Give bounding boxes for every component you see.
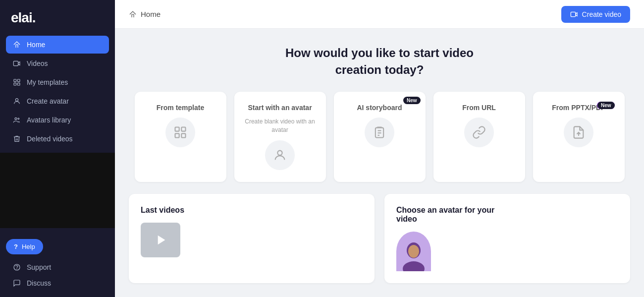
- card-title-from-url: From URL: [462, 104, 496, 112]
- svg-point-23: [408, 245, 419, 258]
- home-breadcrumb-icon: [129, 10, 137, 18]
- bottom-row: Last videos Choose an avatar for your vi…: [129, 194, 630, 283]
- sidebar-item-create-avatar[interactable]: Create avatar: [6, 92, 109, 110]
- avatars-library-icon: [13, 116, 21, 124]
- create-video-label: Create video: [582, 10, 621, 18]
- new-badge-pptx: New: [597, 102, 615, 109]
- main-area: Home Create video How would you like to …: [115, 0, 644, 297]
- sidebar-item-label-home: Home: [27, 41, 45, 49]
- svg-rect-4: [17, 83, 20, 85]
- upload-file-icon: [572, 125, 586, 139]
- svg-point-22: [403, 261, 425, 271]
- sidebar-bottom: ? Help Support Discuss: [0, 233, 115, 297]
- sidebar-item-videos[interactable]: Videos: [6, 55, 109, 72]
- grid-icon: [173, 125, 187, 139]
- support-icon: [13, 263, 21, 271]
- logo: elai.: [0, 0, 115, 36]
- last-videos-title: Last videos: [141, 206, 363, 215]
- header: Home Create video: [115, 0, 644, 29]
- svg-rect-13: [175, 134, 179, 138]
- templates-icon: [13, 78, 21, 86]
- discuss-label: Discuss: [27, 279, 51, 287]
- svg-rect-12: [181, 127, 185, 131]
- card-icon-from-url: [464, 118, 494, 147]
- sidebar-item-support[interactable]: Support: [6, 259, 109, 275]
- sidebar-preview-area: [0, 153, 115, 228]
- create-avatar-icon: [13, 97, 21, 105]
- card-from-pptx[interactable]: Beta New From PPTX/PDF: [533, 92, 625, 182]
- card-from-url[interactable]: From URL: [433, 92, 525, 182]
- sidebar: elai. Home Videos My templates Create av…: [0, 0, 115, 297]
- breadcrumb: Home: [129, 10, 161, 18]
- svg-point-6: [15, 118, 17, 119]
- video-play-icon: [153, 232, 168, 248]
- card-icon-ai-storyboard: [365, 118, 394, 147]
- create-video-icon: [570, 10, 578, 18]
- support-label: Support: [27, 263, 51, 271]
- section-title: How would you like to start video creati…: [129, 45, 630, 78]
- sidebar-item-my-templates[interactable]: My templates: [6, 73, 109, 91]
- sidebar-item-deleted-videos[interactable]: Deleted videos: [6, 130, 109, 148]
- card-icon-from-pptx: [564, 118, 593, 147]
- card-icon-start-avatar: [265, 140, 295, 170]
- card-from-template[interactable]: From template: [135, 92, 226, 182]
- help-button[interactable]: ? Help: [6, 239, 43, 254]
- sidebar-item-label-templates: My templates: [27, 78, 68, 86]
- card-start-with-avatar[interactable]: Start with an avatar Create blank video …: [234, 92, 326, 182]
- sidebar-nav: Home Videos My templates Create avatar A…: [0, 36, 115, 148]
- last-videos-card: Last videos: [129, 194, 375, 283]
- card-title-ai-storyboard: AI storyboard: [357, 104, 402, 112]
- card-subtitle-start-avatar: Create blank video with an avatar: [244, 118, 316, 134]
- sidebar-item-avatars-library[interactable]: Avatars library: [6, 111, 109, 129]
- sidebar-item-discuss[interactable]: Discuss: [6, 275, 109, 291]
- svg-rect-3: [14, 83, 16, 85]
- svg-point-7: [18, 118, 19, 119]
- sidebar-item-label-avatars-library: Avatars library: [27, 116, 71, 124]
- video-icon: [13, 59, 21, 67]
- new-badge-storyboard: New: [403, 97, 421, 104]
- content-area: How would you like to start video creati…: [115, 29, 644, 297]
- svg-point-9: [17, 269, 17, 269]
- svg-rect-0: [13, 61, 18, 65]
- avatar-silhouette: [401, 241, 426, 271]
- video-thumbnail[interactable]: [141, 223, 180, 257]
- option-cards-row: From template Start with an avatar Creat…: [129, 92, 630, 182]
- sidebar-item-home[interactable]: Home: [6, 36, 109, 54]
- help-label: Help: [22, 243, 35, 250]
- link-icon: [472, 125, 486, 139]
- sidebar-item-label-videos: Videos: [27, 59, 48, 67]
- choose-avatar-title: Choose an avatar for your video: [396, 206, 618, 224]
- home-icon: [13, 41, 21, 49]
- sidebar-item-label-deleted-videos: Deleted videos: [27, 135, 73, 143]
- svg-point-15: [277, 150, 282, 155]
- breadcrumb-text: Home: [141, 10, 161, 18]
- svg-rect-2: [17, 79, 20, 82]
- clipboard-icon: [373, 125, 386, 139]
- card-title-from-template: From template: [157, 104, 204, 112]
- svg-rect-14: [181, 134, 185, 138]
- svg-rect-11: [175, 127, 179, 131]
- create-video-button[interactable]: Create video: [561, 6, 630, 23]
- sidebar-item-label-create-avatar: Create avatar: [27, 97, 69, 105]
- avatar-preview[interactable]: [396, 232, 431, 271]
- card-title-start-avatar: Start with an avatar: [248, 104, 312, 112]
- card-icon-from-template: [165, 118, 195, 147]
- discuss-icon: [13, 279, 21, 287]
- trash-icon: [13, 135, 21, 143]
- card-ai-storyboard[interactable]: New AI storyboard: [334, 92, 426, 182]
- person-icon: [273, 148, 287, 162]
- svg-rect-1: [14, 79, 16, 82]
- choose-avatar-card: Choose an avatar for your video: [384, 194, 630, 283]
- svg-rect-10: [571, 12, 575, 16]
- svg-point-5: [15, 99, 18, 101]
